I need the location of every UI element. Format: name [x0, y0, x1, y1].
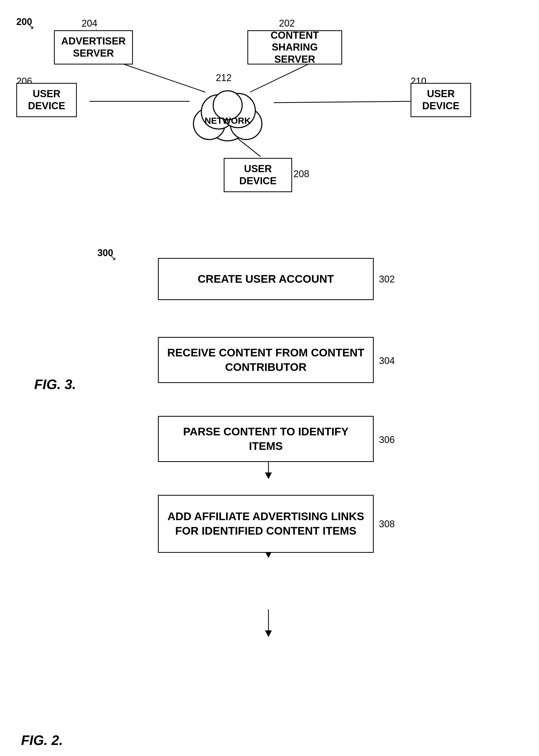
svg-marker-17 — [265, 631, 272, 637]
user-device-bottom-box: USER DEVICE — [224, 158, 292, 192]
network-cloud: NETWORK — [171, 78, 284, 143]
page: 200 ↘ 204 ↓ ADVERTISER SERVER 202 CONTEN… — [0, 0, 539, 756]
fig3-ref-300-arrow: ↘ — [110, 253, 116, 262]
fig3-label: FIG. 3. — [34, 376, 76, 392]
user-device-left-box: USER DEVICE — [16, 83, 77, 117]
fig3-ref-306: 306 — [379, 434, 395, 445]
content-sharing-server-box: CONTENT SHARING SERVER — [247, 30, 342, 64]
step-302-box: CREATE USER ACCOUNT — [158, 258, 374, 300]
fig3-arrows — [0, 237, 539, 737]
fig2-ref-208: 208 — [293, 169, 309, 180]
advertiser-server-box: ADVERTISER SERVER — [54, 30, 133, 64]
fig2-label: FIG. 2. — [21, 732, 63, 748]
fig3-ref-304: 304 — [379, 355, 395, 366]
fig2-ref-202: 202 — [279, 18, 295, 29]
fig2-ref-200-arrow: ↘ — [28, 22, 34, 31]
step-306-box: PARSE CONTENT TO IDENTIFY ITEMS — [158, 416, 374, 462]
fig3-ref-308: 308 — [379, 519, 395, 530]
step-308-box: ADD AFFILIATE ADVERTISING LINKS FOR IDEN… — [158, 495, 374, 553]
step-304-box: RECEIVE CONTENT FROM CONTENT CONTRIBUTOR — [158, 337, 374, 383]
svg-marker-13 — [265, 473, 272, 479]
svg-line-3 — [274, 101, 411, 103]
svg-text:NETWORK: NETWORK — [204, 115, 251, 125]
user-device-right-box: USER DEVICE — [411, 83, 471, 117]
fig3-ref-302: 302 — [379, 274, 395, 285]
